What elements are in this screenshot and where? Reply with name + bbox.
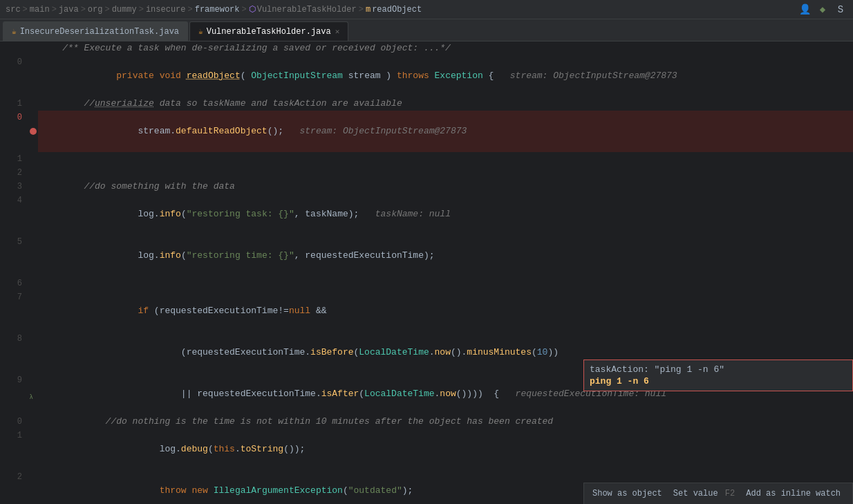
profile-icon[interactable]: 👤 bbox=[798, 3, 812, 17]
lc-5: log.info("restoring time: {}", requested… bbox=[38, 235, 853, 277]
bp-7 bbox=[28, 290, 38, 332]
line-if-exec: 7 if (requestedExecutionTime!=null && bbox=[0, 290, 853, 332]
bp-12 bbox=[28, 470, 38, 504]
ln-8: 8 bbox=[0, 332, 28, 373]
editor-container: /** Execute a task when de-serializing a… bbox=[0, 41, 853, 504]
show-as-object-button[interactable]: Show as object bbox=[592, 489, 662, 498]
bp-8 bbox=[28, 332, 38, 373]
breadcrumb-org[interactable]: org bbox=[88, 5, 103, 15]
line-empty-1: 1 bbox=[0, 152, 853, 166]
lc-4: log.info("restoring task: {}", taskName)… bbox=[38, 194, 853, 235]
debug-popup-label1: taskAction: "ping 1 -n 6" bbox=[590, 364, 847, 375]
bp-h bbox=[28, 41, 38, 55]
ln-9: 9 bbox=[0, 373, 28, 415]
lambda-icon: λ bbox=[30, 391, 37, 398]
tab-vulnerable-label: VulnerableTaskHolder.java bbox=[207, 27, 331, 37]
sep6: > bbox=[187, 5, 192, 15]
breadcrumb-dummy[interactable]: dummy bbox=[112, 5, 137, 15]
tab-bar: ☕ InsecureDeserializationTask.java ☕ Vul… bbox=[0, 19, 853, 41]
code-area: /** Execute a task when de-serializing a… bbox=[0, 41, 853, 504]
bp-empty2 bbox=[28, 166, 38, 180]
lc-11: log.debug(this.toString()); bbox=[38, 429, 853, 470]
sep3: > bbox=[81, 5, 86, 15]
line-defaultreadobject: 0 stream.defaultReadObject(); stream: Ob… bbox=[0, 111, 853, 152]
bookmark-icon[interactable]: ◆ bbox=[816, 3, 829, 17]
bp-10 bbox=[28, 415, 38, 429]
breadcrumb-java[interactable]: java bbox=[59, 5, 79, 15]
breadcrumb-insecure[interactable]: insecure bbox=[146, 5, 186, 15]
bp-5 bbox=[28, 235, 38, 277]
breadcrumb-class-icon: ⬡ bbox=[249, 4, 256, 15]
line-comment-header: /** Execute a task when de-serializing a… bbox=[0, 41, 853, 55]
java-icon-1: ☕ bbox=[12, 27, 17, 36]
set-value-button[interactable]: Set value F2 bbox=[673, 489, 735, 498]
breadcrumb-src[interactable]: src bbox=[6, 5, 21, 15]
ln-3: 3 bbox=[0, 180, 28, 194]
tab-insecure-label: InsecureDeserializationTask.java bbox=[20, 27, 179, 37]
sep1: > bbox=[23, 5, 28, 15]
ln-0: 0 bbox=[0, 55, 28, 97]
line-comment-unserialize: 1 //unserialize data so taskName and tas… bbox=[0, 97, 853, 111]
breadcrumb: src > main > java > org > dummy > insecu… bbox=[0, 0, 853, 19]
ln-4: 4 bbox=[0, 194, 28, 235]
bp-empty1 bbox=[28, 152, 38, 166]
breakpoint-icon bbox=[30, 128, 37, 135]
sep4: > bbox=[104, 5, 109, 15]
ln-e0: 0 bbox=[0, 111, 28, 152]
lc-10: //do nothing is the time is not within 1… bbox=[38, 415, 853, 429]
ln-1: 1 bbox=[0, 97, 28, 111]
line-empty-3: 6 bbox=[0, 277, 853, 290]
breadcrumb-class[interactable]: VulnerableTaskHolder bbox=[257, 5, 357, 15]
java-icon-2: ☕ bbox=[198, 27, 203, 36]
tab-close-icon[interactable]: ✕ bbox=[335, 27, 340, 36]
breadcrumb-main[interactable]: main bbox=[30, 5, 50, 15]
tab-vulnerable[interactable]: ☕ VulnerableTaskHolder.java ✕ bbox=[189, 21, 348, 41]
lc-7: if (requestedExecutionTime!=null && bbox=[38, 290, 853, 332]
line-logdebug: 1 log.debug(this.toString()); bbox=[0, 429, 853, 470]
sep8: > bbox=[359, 5, 364, 15]
bp-9: λ bbox=[28, 373, 38, 415]
ln-5: 5 bbox=[0, 235, 28, 277]
lc-h: /** Execute a task when de-serializing a… bbox=[38, 41, 853, 55]
lc-empty2 bbox=[38, 166, 853, 180]
debug-popup: taskAction: "ping 1 -n 6" ping 1 -n 6 bbox=[583, 360, 853, 391]
debug-context-menu: Show as object Set value F2 Add as inlin… bbox=[583, 483, 853, 504]
sep7: > bbox=[242, 5, 247, 15]
line-readobject: 0 private void readObject( ObjectInputSt… bbox=[0, 55, 853, 97]
breadcrumb-method[interactable]: readObject bbox=[372, 5, 422, 15]
set-value-shortcut: F2 bbox=[725, 489, 735, 498]
line-comment-donothing: 0 //do nothing is the time is not within… bbox=[0, 415, 853, 429]
bp-0 bbox=[28, 55, 38, 97]
debug-popup-label2: ping 1 -n 6 bbox=[590, 376, 847, 386]
lc-3: //do something with the data bbox=[38, 180, 853, 194]
bp-11 bbox=[28, 429, 38, 470]
sep2: > bbox=[52, 5, 57, 15]
ln-e1: 1 bbox=[0, 152, 28, 166]
breadcrumb-method-icon: m bbox=[366, 5, 371, 15]
ln-e3: 6 bbox=[0, 277, 28, 290]
ln-10: 0 bbox=[0, 415, 28, 429]
debug-popup-content: taskAction: "ping 1 -n 6" ping 1 -n 6 bbox=[584, 360, 852, 391]
line-empty-2: 2 bbox=[0, 166, 853, 180]
ln-11: 1 bbox=[0, 429, 28, 470]
ln-7: 7 bbox=[0, 290, 28, 332]
line-comment-dosomething: 3 //do something with the data bbox=[0, 180, 853, 194]
line-log-task: 4 log.info("restoring task: {}", taskNam… bbox=[0, 194, 853, 235]
lc-e3 bbox=[38, 277, 853, 290]
bp-4 bbox=[28, 194, 38, 235]
ln-12: 2 bbox=[0, 470, 28, 504]
breadcrumb-framework[interactable]: framework bbox=[195, 5, 240, 15]
add-inline-watch-button[interactable]: Add as inline watch bbox=[746, 489, 841, 498]
bp-e3 bbox=[28, 277, 38, 290]
ln-e2: 2 bbox=[0, 166, 28, 180]
tab-insecure[interactable]: ☕ InsecureDeserializationTask.java bbox=[3, 21, 188, 41]
settings-icon[interactable]: S bbox=[834, 3, 847, 17]
lc-empty1 bbox=[38, 152, 853, 166]
bp-3 bbox=[28, 180, 38, 194]
bp-1 bbox=[28, 97, 38, 111]
lc-0: private void readObject( ObjectInputStre… bbox=[38, 55, 853, 97]
ln-h bbox=[0, 41, 28, 55]
sep5: > bbox=[139, 5, 144, 15]
lc-1: //unserialize data so taskName and taskA… bbox=[38, 97, 853, 111]
set-value-label: Set value bbox=[673, 489, 718, 498]
